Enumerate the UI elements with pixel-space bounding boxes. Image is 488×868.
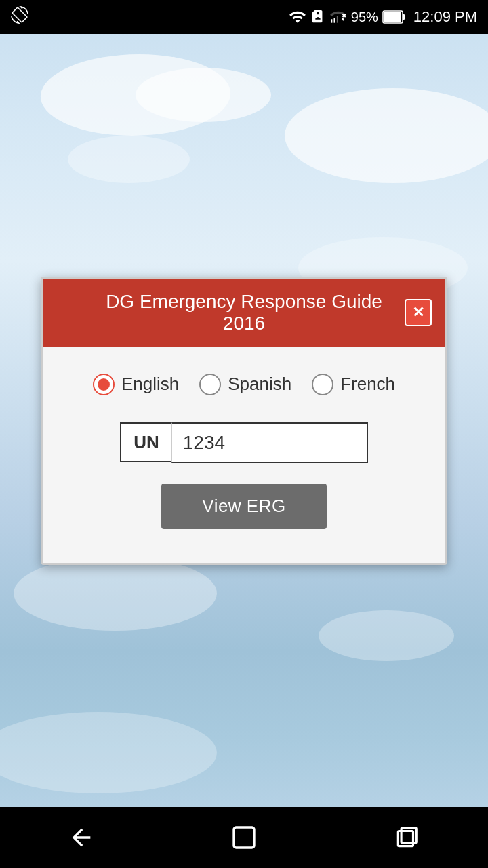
status-right-icons: 95% 12:09 PM [289, 8, 477, 26]
svg-rect-1 [333, 18, 335, 23]
nav-bar [0, 807, 488, 868]
status-time: 12:09 PM [413, 8, 477, 26]
home-button[interactable] [227, 821, 261, 854]
french-radio-circle [312, 374, 333, 395]
recents-button[interactable] [390, 821, 424, 854]
language-radio-group: English Spanish French [63, 374, 425, 395]
svg-rect-7 [384, 12, 401, 22]
view-erg-button[interactable]: View ERG [161, 484, 326, 529]
erg-dialog: DG Emergency Response Guide 2016 ✕ Engli… [41, 277, 447, 565]
screen-rotate-icon [11, 6, 28, 28]
english-radio-label: English [121, 374, 179, 395]
english-radio-dot [98, 378, 110, 391]
spanish-radio-option[interactable]: Spanish [199, 374, 291, 395]
svg-rect-0 [331, 19, 332, 22]
dialog-title: DG Emergency Response Guide 2016 [83, 291, 405, 334]
back-icon [68, 824, 95, 851]
wifi-icon [289, 8, 306, 26]
un-number-input[interactable] [171, 422, 368, 463]
svg-rect-8 [234, 827, 254, 848]
dialog-header: DG Emergency Response Guide 2016 ✕ [43, 279, 445, 347]
french-radio-label: French [340, 374, 395, 395]
battery-icon [382, 9, 405, 24]
spanish-radio-circle [199, 374, 221, 395]
recents-icon [394, 825, 420, 850]
battery-percentage: 95% [351, 9, 378, 25]
english-radio-option[interactable]: English [93, 374, 179, 395]
status-left-icons [11, 6, 28, 28]
sim-icon [310, 9, 325, 24]
signal-icon [329, 8, 347, 26]
spanish-radio-label: Spanish [228, 374, 291, 395]
un-input-row: UN [63, 422, 425, 463]
dialog-container: DG Emergency Response Guide 2016 ✕ Engli… [0, 34, 488, 807]
dialog-body: English Spanish French UN View ER [43, 347, 445, 563]
svg-rect-6 [403, 14, 405, 20]
status-bar: 95% 12:09 PM [0, 0, 488, 34]
dialog-close-button[interactable]: ✕ [405, 299, 432, 326]
un-prefix-label: UN [120, 422, 171, 462]
back-button[interactable] [64, 821, 98, 854]
svg-rect-2 [337, 16, 338, 23]
french-radio-option[interactable]: French [312, 374, 395, 395]
home-icon [230, 824, 258, 851]
english-radio-circle [93, 374, 115, 395]
